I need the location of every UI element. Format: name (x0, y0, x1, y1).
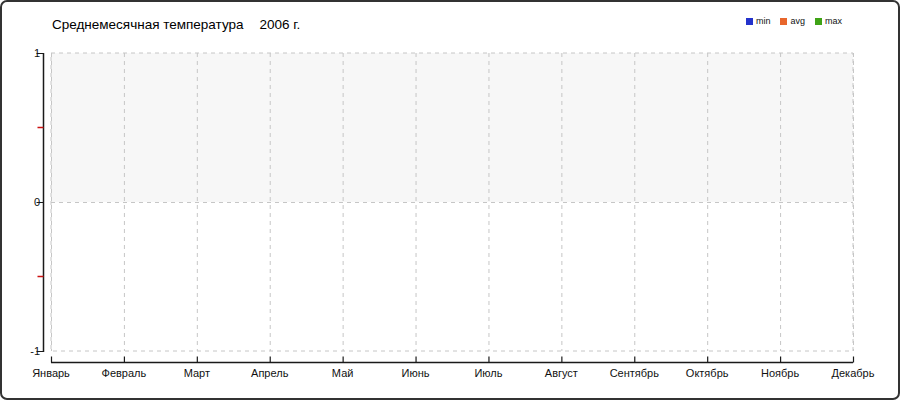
plot-upper-band (51, 53, 853, 202)
x-axis-label: Апрель (228, 367, 312, 379)
x-axis-label: Октябрь (665, 367, 749, 379)
x-axis-label: Март (155, 367, 239, 379)
x-axis-label: Февраль (82, 367, 166, 379)
x-axis-label: Июнь (374, 367, 458, 379)
x-axis-label: Август (519, 367, 603, 379)
y-tick-label: 0 (8, 197, 40, 208)
chart-canvas (2, 2, 900, 400)
y-tick-label: 1 (8, 48, 40, 59)
x-axis-label: Декабрь (811, 367, 895, 379)
x-axis-label: Ноябрь (738, 367, 822, 379)
y-tick-label: -1 (8, 346, 40, 357)
x-axis-label: Сентябрь (592, 367, 676, 379)
x-axis-label: Январь (9, 367, 93, 379)
x-axis-label: Июль (446, 367, 530, 379)
chart-window: Среднемесячная температура2006 г. minavg… (0, 0, 900, 400)
x-axis-label: Май (301, 367, 385, 379)
